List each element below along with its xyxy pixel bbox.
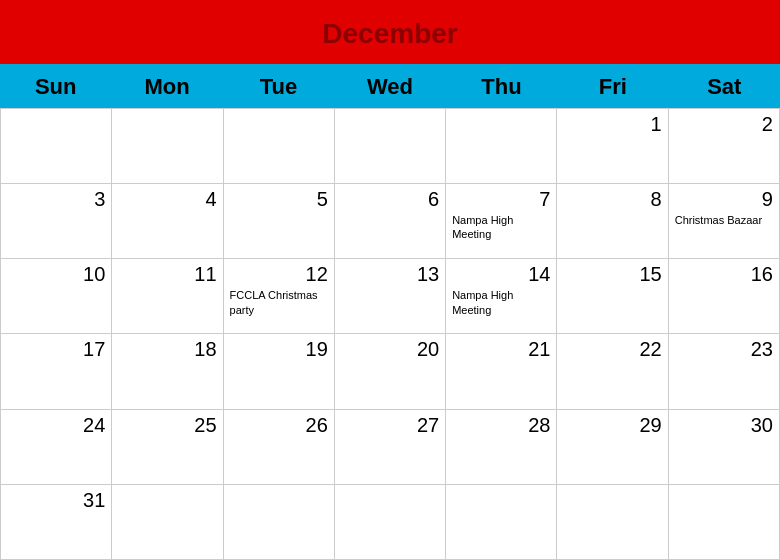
cell-day-number: 21 (452, 338, 550, 361)
cell-day-number: 7 (452, 188, 550, 211)
day-name-thu: Thu (446, 64, 557, 108)
cell-day-number: 23 (675, 338, 773, 361)
cell-day-number: 20 (341, 338, 439, 361)
calendar-cell: 17 (1, 334, 112, 409)
day-name-sun: Sun (0, 64, 111, 108)
calendar-cell: 16 (669, 259, 780, 334)
cell-day-number: 19 (230, 338, 328, 361)
cell-day-number: 8 (563, 188, 661, 211)
calendar-cell: 19 (224, 334, 335, 409)
calendar-cell: 14Nampa High Meeting (446, 259, 557, 334)
calendar-cell (1, 109, 112, 184)
cell-day-number: 12 (230, 263, 328, 286)
cell-day-number: 14 (452, 263, 550, 286)
calendar-cell (224, 109, 335, 184)
calendar-cell (446, 109, 557, 184)
calendar-cell: 4 (112, 184, 223, 259)
calendar-cell: 20 (335, 334, 446, 409)
calendar-cell (446, 485, 557, 560)
cell-day-number: 9 (675, 188, 773, 211)
day-name-fri: Fri (557, 64, 668, 108)
calendar-cell: 6 (335, 184, 446, 259)
calendar-cell: 28 (446, 410, 557, 485)
calendar-cell (224, 485, 335, 560)
calendar-cell (557, 485, 668, 560)
calendar-cell: 15 (557, 259, 668, 334)
cell-day-number: 22 (563, 338, 661, 361)
cell-day-number: 6 (341, 188, 439, 211)
day-name-tue: Tue (223, 64, 334, 108)
calendar-cell: 31 (1, 485, 112, 560)
calendar-cell: 23 (669, 334, 780, 409)
cell-day-number: 30 (675, 414, 773, 437)
cell-day-number: 18 (118, 338, 216, 361)
calendar-header: December (0, 0, 780, 64)
cell-day-number: 24 (7, 414, 105, 437)
calendar-cell: 29 (557, 410, 668, 485)
calendar-cell: 30 (669, 410, 780, 485)
cell-day-number: 2 (675, 113, 773, 136)
calendar-cell: 11 (112, 259, 223, 334)
cell-day-number: 4 (118, 188, 216, 211)
cell-event: Christmas Bazaar (675, 213, 773, 227)
calendar: December SunMonTueWedThuFriSat 1234567Na… (0, 0, 780, 560)
calendar-cell: 7Nampa High Meeting (446, 184, 557, 259)
cell-day-number: 31 (7, 489, 105, 512)
calendar-cell (112, 485, 223, 560)
calendar-cell (335, 109, 446, 184)
cell-day-number: 17 (7, 338, 105, 361)
cell-day-number: 3 (7, 188, 105, 211)
cell-day-number: 25 (118, 414, 216, 437)
cell-day-number: 11 (118, 263, 216, 286)
calendar-cell: 13 (335, 259, 446, 334)
calendar-cell: 26 (224, 410, 335, 485)
cell-day-number: 26 (230, 414, 328, 437)
calendar-cell: 21 (446, 334, 557, 409)
cell-event: Nampa High Meeting (452, 288, 550, 317)
cell-day-number: 5 (230, 188, 328, 211)
day-name-mon: Mon (111, 64, 222, 108)
cell-event: FCCLA Christmas party (230, 288, 328, 317)
calendar-cell: 22 (557, 334, 668, 409)
calendar-cell (335, 485, 446, 560)
cell-day-number: 16 (675, 263, 773, 286)
calendar-cell (669, 485, 780, 560)
cell-event: Nampa High Meeting (452, 213, 550, 242)
cell-day-number: 28 (452, 414, 550, 437)
calendar-cell: 1 (557, 109, 668, 184)
calendar-cell: 25 (112, 410, 223, 485)
calendar-cell: 5 (224, 184, 335, 259)
cell-day-number: 10 (7, 263, 105, 286)
day-name-wed: Wed (334, 64, 445, 108)
cell-day-number: 15 (563, 263, 661, 286)
calendar-cell: 24 (1, 410, 112, 485)
calendar-cell: 8 (557, 184, 668, 259)
cell-day-number: 29 (563, 414, 661, 437)
month-title: December (322, 18, 457, 49)
calendar-cell: 9Christmas Bazaar (669, 184, 780, 259)
calendar-cell: 27 (335, 410, 446, 485)
calendar-cell: 3 (1, 184, 112, 259)
calendar-cell (112, 109, 223, 184)
calendar-grid: 1234567Nampa High Meeting89Christmas Baz… (0, 108, 780, 560)
calendar-cell: 18 (112, 334, 223, 409)
cell-day-number: 27 (341, 414, 439, 437)
cell-day-number: 13 (341, 263, 439, 286)
day-name-sat: Sat (669, 64, 780, 108)
days-header: SunMonTueWedThuFriSat (0, 64, 780, 108)
calendar-cell: 12FCCLA Christmas party (224, 259, 335, 334)
cell-day-number: 1 (563, 113, 661, 136)
calendar-cell: 2 (669, 109, 780, 184)
calendar-cell: 10 (1, 259, 112, 334)
